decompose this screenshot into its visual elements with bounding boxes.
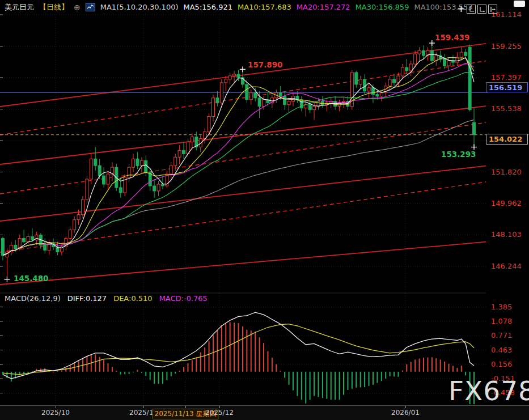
time-axis-label: 2025/12: [205, 409, 234, 417]
crosshair-icon[interactable]: [457, 5, 465, 12]
chart-type-icon[interactable]: [86, 3, 95, 11]
macd-axis-label: 0.156: [491, 360, 512, 368]
dea-value: DEA:0.510: [113, 294, 153, 303]
last-close-price-box: 154.022: [486, 134, 528, 145]
ma20-value: MA20:157.272: [297, 3, 350, 11]
macd-settings-label: MACD(26,12,9): [5, 294, 61, 303]
time-axis-tick: [56, 406, 56, 408]
timeframe-label: 【日线】: [39, 2, 69, 12]
time-axis-tick: [219, 406, 220, 408]
price-marker-label: 157.890: [248, 60, 283, 69]
current-price-box: 156.519: [486, 82, 528, 92]
price-axis-label: 155.538: [491, 104, 522, 113]
time-axis-tick: [185, 406, 186, 408]
price-marker-label: 153.293: [441, 150, 476, 159]
watermark-logo: FX678: [448, 376, 529, 406]
price-marker-label: 159.439: [435, 33, 470, 42]
symbol-title: 美元日元: [5, 2, 34, 12]
price-axis-label: 151.820: [491, 168, 522, 176]
globe-icon[interactable]: ⊕: [74, 3, 81, 11]
ma-settings-label: MA1(5,10,20,30,100): [100, 3, 179, 11]
shift-right-icon[interactable]: [488, 5, 497, 14]
time-axis-label: 2026/01: [391, 409, 420, 417]
chart-toolbar: [457, 5, 497, 14]
ma10-value: MA10:157.683: [238, 3, 291, 11]
price-axis-label: 157.397: [491, 73, 522, 82]
price-axis-label: 159.255: [491, 42, 522, 50]
indicator-window-icon[interactable]: [477, 5, 486, 14]
macd-axis-label: 1.385: [491, 303, 512, 311]
window-control-icon[interactable]: [514, 1, 525, 7]
chart-header: 美元日元 【日线】 ⊕ MA1(5,10,20,30,100) MA5:156.…: [0, 0, 529, 14]
trading-chart-window: 美元日元 【日线】 ⊕ MA1(5,10,20,30,100) MA5:156.…: [0, 0, 529, 420]
time-axis-tick: [405, 406, 406, 408]
diff-value: DIFF:0.127: [67, 294, 107, 303]
price-marker-label: 145.480: [14, 274, 49, 283]
price-axis-label: 149.962: [491, 199, 522, 207]
price-axis-label: 148.103: [491, 230, 522, 239]
macd-value: MACD:-0.765: [159, 294, 208, 303]
time-axis-label: 2025/10: [41, 409, 70, 417]
axis-scale-icon[interactable]: [467, 5, 476, 14]
chart-canvas[interactable]: 157.890159.439153.293145.480: [0, 0, 529, 420]
macd-axis-label: 0.463: [491, 346, 512, 354]
macd-axis-label: 0.771: [491, 331, 512, 340]
macd-axis-label: 1.078: [491, 317, 512, 325]
time-axis-tick: [143, 406, 144, 408]
channel-lines-layer: [0, 38, 529, 285]
macd-header: MACD(26,12,9) DIFF:0.127 DEA:0.510 MACD:…: [5, 294, 208, 303]
macd-histogram-layer: [2, 322, 475, 409]
ma30-value: MA30:156.859: [356, 3, 409, 11]
price-axis-label: 146.244: [491, 262, 522, 270]
ma5-value: MA5:156.921: [184, 3, 233, 11]
candles-layer: [2, 43, 476, 279]
time-axis[interactable]: 2025/102025/112025/11/13 星期四2025/122026/…: [0, 405, 529, 420]
